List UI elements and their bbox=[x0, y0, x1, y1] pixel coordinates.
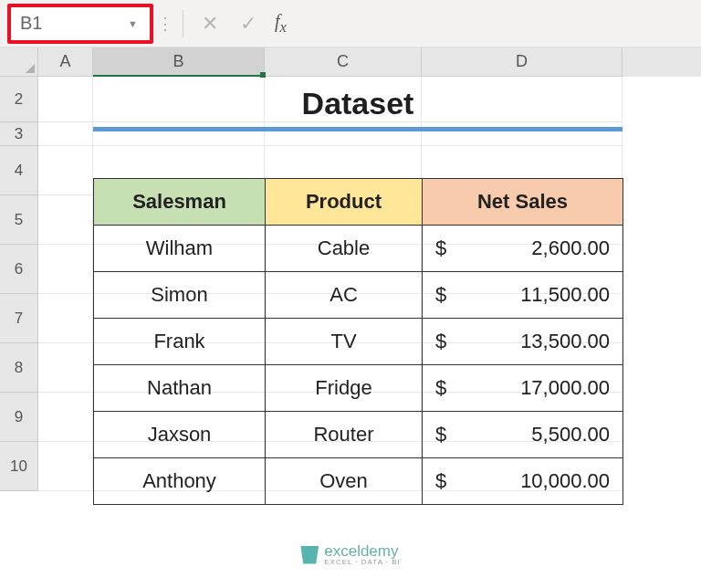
cell-salesman[interactable]: Anthony bbox=[94, 458, 266, 505]
watermark-sub: EXCEL · DATA · BI bbox=[324, 559, 401, 566]
table-row: SimonAC$11,500.00 bbox=[94, 272, 623, 319]
cell[interactable] bbox=[38, 245, 93, 294]
row-header[interactable]: 4 bbox=[0, 146, 38, 195]
data-table: Salesman Product Net Sales WilhamCable$2… bbox=[93, 178, 623, 505]
row-header[interactable]: 7 bbox=[0, 294, 38, 343]
divider bbox=[183, 10, 183, 37]
cancel-icon[interactable]: ✕ bbox=[191, 7, 229, 40]
cell[interactable] bbox=[38, 442, 93, 491]
formula-bar: ▼ ⋮ ✕ ✓ fx bbox=[0, 0, 701, 47]
cell-netsales[interactable]: $2,600.00 bbox=[423, 226, 623, 272]
header-netsales[interactable]: Net Sales bbox=[423, 179, 623, 226]
cell-salesman[interactable]: Jaxson bbox=[94, 412, 266, 458]
column-header-a[interactable]: A bbox=[38, 47, 93, 77]
row-header[interactable]: 5 bbox=[0, 195, 38, 245]
cell-product[interactable]: AC bbox=[266, 272, 423, 319]
row-header[interactable]: 10 bbox=[0, 442, 38, 491]
cell-netsales[interactable]: $17,000.00 bbox=[423, 365, 623, 412]
column-header-c[interactable]: C bbox=[265, 47, 422, 77]
cell[interactable] bbox=[38, 195, 93, 245]
cell[interactable] bbox=[38, 343, 93, 393]
dataset-title: Dataset bbox=[93, 80, 623, 131]
cell[interactable] bbox=[38, 294, 93, 343]
table-row: AnthonyOven$10,000.00 bbox=[94, 458, 623, 505]
name-box-dropdown-icon[interactable]: ▼ bbox=[120, 18, 145, 29]
cell-product[interactable]: Fridge bbox=[266, 365, 423, 412]
select-all-corner[interactable] bbox=[0, 47, 38, 77]
cell[interactable] bbox=[38, 146, 93, 195]
name-box-highlight: ▼ bbox=[7, 4, 153, 44]
row-header[interactable]: 9 bbox=[0, 393, 38, 442]
exceldemy-icon bbox=[300, 546, 319, 564]
cell[interactable] bbox=[38, 77, 93, 122]
watermark-brand: exceldemy bbox=[324, 543, 401, 559]
table-header-row: Salesman Product Net Sales bbox=[94, 179, 623, 226]
cell-salesman[interactable]: Frank bbox=[94, 319, 266, 365]
table-row: FrankTV$13,500.00 bbox=[94, 319, 623, 365]
cell-netsales[interactable]: $13,500.00 bbox=[423, 319, 623, 365]
column-headers-row: A B C D bbox=[0, 47, 701, 77]
name-box[interactable] bbox=[11, 7, 120, 39]
cell-salesman[interactable]: Nathan bbox=[94, 365, 266, 412]
watermark-logo: exceldemy EXCEL · DATA · BI bbox=[300, 543, 401, 566]
column-header-b[interactable]: B bbox=[93, 47, 265, 77]
row-header[interactable]: 3 bbox=[0, 122, 38, 146]
row-header[interactable]: 2 bbox=[0, 77, 38, 122]
column-header-d[interactable]: D bbox=[422, 47, 623, 77]
cell[interactable] bbox=[38, 393, 93, 442]
insert-function-icon[interactable]: fx bbox=[267, 11, 294, 37]
cell[interactable] bbox=[38, 122, 93, 146]
cell-product[interactable]: Oven bbox=[266, 458, 423, 505]
formula-bar-options-icon[interactable]: ⋮ bbox=[153, 14, 175, 34]
cell-salesman[interactable]: Wilham bbox=[94, 226, 266, 272]
formula-input[interactable] bbox=[294, 7, 697, 40]
table-row: JaxsonRouter$5,500.00 bbox=[94, 412, 623, 458]
cell-netsales[interactable]: $10,000.00 bbox=[423, 458, 623, 505]
cell-netsales[interactable]: $5,500.00 bbox=[423, 412, 623, 458]
row-header[interactable]: 6 bbox=[0, 245, 38, 294]
cell-netsales[interactable]: $11,500.00 bbox=[423, 272, 623, 319]
row-header[interactable]: 8 bbox=[0, 343, 38, 393]
table-row: NathanFridge$17,000.00 bbox=[94, 365, 623, 412]
cell-product[interactable]: Router bbox=[266, 412, 423, 458]
header-salesman[interactable]: Salesman bbox=[94, 179, 266, 226]
cell-product[interactable]: Cable bbox=[266, 226, 423, 272]
table-row: WilhamCable$2,600.00 bbox=[94, 226, 623, 272]
cell-product[interactable]: TV bbox=[266, 319, 423, 365]
cell-salesman[interactable]: Simon bbox=[94, 272, 266, 319]
header-product[interactable]: Product bbox=[266, 179, 423, 226]
enter-icon[interactable]: ✓ bbox=[229, 7, 267, 40]
